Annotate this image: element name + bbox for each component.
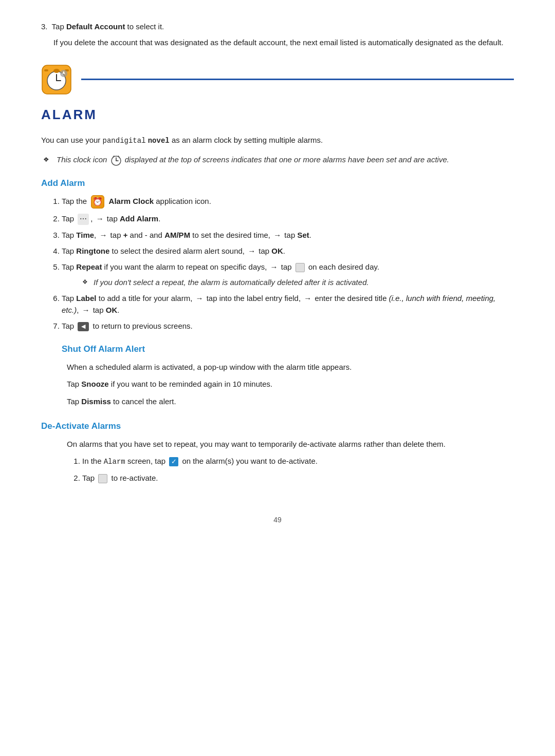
section-divider bbox=[41, 64, 514, 95]
arrow-1: → bbox=[96, 214, 104, 223]
back-button-icon bbox=[78, 322, 89, 331]
brand-mono: pandigital bbox=[103, 137, 146, 145]
step-3-label: 3. Tap Default Account to select it. bbox=[41, 22, 164, 31]
clock-status-icon bbox=[110, 155, 122, 166]
add-alarm-label: Add Alarm bbox=[120, 214, 158, 223]
brand-mono-bold: novel bbox=[148, 137, 170, 145]
top-description: If you delete the account that was desig… bbox=[53, 36, 514, 48]
shut-off-section: Shut Off Alarm Alert When a scheduled al… bbox=[41, 343, 514, 407]
deactivate-steps: In the Alarm screen, tap on the alarm(s)… bbox=[82, 455, 514, 484]
default-account-bold: Default Account bbox=[66, 22, 125, 31]
deactivate-intro: On alarms that you have set to repeat, y… bbox=[67, 438, 514, 450]
add-alarm-section: Add Alarm Tap the Alarm Clock applicatio… bbox=[41, 177, 514, 332]
step-1: Tap the Alarm Clock application icon. bbox=[62, 195, 514, 209]
ampm-label: AM/PM bbox=[164, 231, 190, 239]
label-example: (i.e., lunch with friend, meeting, etc.) bbox=[62, 294, 495, 314]
step-5-alarm: Tap Repeat if you want the alarm to repe… bbox=[62, 261, 514, 288]
alarm-note-text: This clock icon displayed at the top of … bbox=[57, 155, 449, 164]
shut-off-para2: Tap Snooze if you want to be reminded ag… bbox=[67, 378, 514, 390]
menu-icon bbox=[78, 214, 89, 225]
deactivate-step-1: In the Alarm screen, tap on the alarm(s)… bbox=[82, 455, 514, 468]
time-label: Time bbox=[76, 231, 94, 239]
page-footer: 49 bbox=[41, 515, 514, 526]
deactivate-step-2: Tap to re-activate. bbox=[82, 472, 514, 484]
page-number: 49 bbox=[273, 516, 282, 524]
deactivate-heading: De-Activate Alarms bbox=[41, 420, 514, 433]
alarm-screen-mono: Alarm bbox=[104, 458, 125, 466]
alarm-section-icon bbox=[41, 64, 72, 95]
ok-label-2: OK bbox=[106, 306, 118, 314]
divider-line bbox=[81, 79, 514, 80]
plus-label: + bbox=[123, 231, 128, 239]
step-3-alarm: Tap Time, → tap + and - and AM/PM to set… bbox=[62, 229, 514, 241]
deactivate-section: De-Activate Alarms On alarms that you ha… bbox=[41, 420, 514, 484]
top-desc-text: If you delete the account that was desig… bbox=[53, 38, 504, 47]
snooze-label: Snooze bbox=[81, 380, 108, 388]
repeat-label: Repeat bbox=[76, 262, 102, 271]
alarm-note: This clock icon displayed at the top of … bbox=[57, 154, 514, 166]
ok-label-1: OK bbox=[271, 247, 283, 255]
svg-rect-5 bbox=[44, 69, 48, 71]
set-label: Set bbox=[297, 231, 309, 239]
repeat-note: If you don't select a repeat, the alarm … bbox=[82, 276, 514, 288]
dismiss-label: Dismiss bbox=[81, 397, 111, 406]
svg-point-4 bbox=[53, 69, 60, 73]
shut-off-para3: Tap Dismiss to cancel the alert. bbox=[67, 395, 514, 407]
empty-checkbox-icon-2 bbox=[98, 474, 107, 483]
add-alarm-heading: Add Alarm bbox=[41, 177, 514, 190]
alarm-intro: You can use your pandigital novel as an … bbox=[41, 134, 514, 147]
alarm-clock-app-icon bbox=[91, 195, 104, 209]
shut-off-heading: Shut Off Alarm Alert bbox=[62, 343, 514, 356]
add-alarm-steps: Tap the Alarm Clock application icon. Ta… bbox=[62, 195, 514, 332]
step-4-alarm: Tap Ringtone to select the desired alarm… bbox=[62, 245, 514, 257]
step-3: 3. Tap Default Account to select it. bbox=[41, 21, 514, 32]
ringtone-label: Ringtone bbox=[76, 247, 109, 255]
deactivate-intro-text: On alarms that you have set to repeat, y… bbox=[67, 440, 446, 448]
shut-off-para1: When a scheduled alarm is activated, a p… bbox=[67, 361, 514, 373]
checked-checkbox-icon bbox=[169, 457, 178, 466]
step-7-alarm: Tap to return to previous screens. bbox=[62, 320, 514, 332]
checkbox-icon bbox=[295, 263, 305, 272]
label-label: Label bbox=[76, 294, 96, 303]
step-6-alarm: Tap Label to add a title for your alarm,… bbox=[62, 292, 514, 316]
top-section: 3. Tap Default Account to select it. If … bbox=[41, 21, 514, 49]
shut-off-para1-text: When a scheduled alarm is activated, a p… bbox=[67, 363, 351, 371]
alarm-clock-label: Alarm Clock bbox=[109, 197, 154, 205]
step-2: Tap , → tap Add Alarm. bbox=[62, 213, 514, 225]
alarm-title: ALARM bbox=[41, 104, 514, 125]
